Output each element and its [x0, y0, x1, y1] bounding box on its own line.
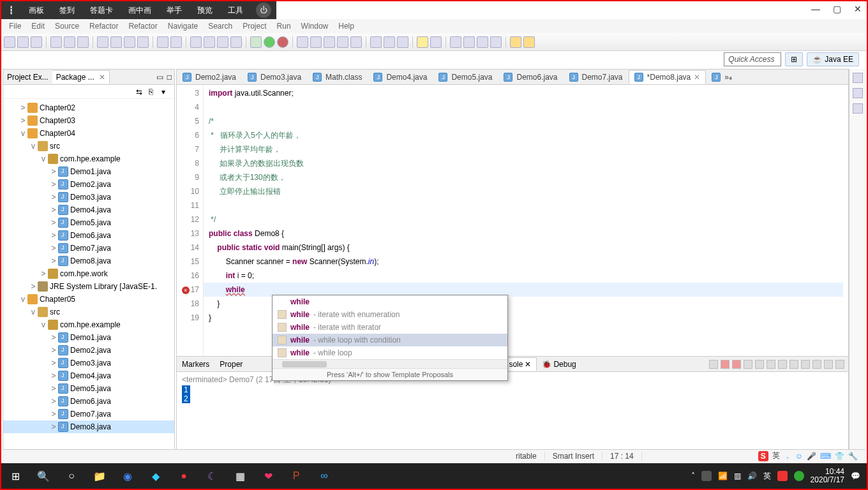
editor-tab[interactable]: Demo3.java	[242, 70, 307, 84]
toolbar-icon[interactable]	[97, 36, 108, 48]
back-icon[interactable]	[510, 36, 521, 48]
view-menu-icon[interactable]: ▾	[161, 87, 170, 96]
editor-tab[interactable]: Demo6.java	[498, 70, 563, 84]
tree-item[interactable]: vcom.hpe.example	[3, 152, 174, 165]
console-action-icon[interactable]	[789, 360, 798, 369]
tree-item[interactable]: >Demo6.java	[3, 395, 174, 408]
maximize-button[interactable]: ▢	[833, 4, 841, 14]
autocomplete-item[interactable]: while - iterate with iterator	[273, 321, 507, 334]
console-action-icon[interactable]	[744, 360, 752, 369]
properties-tab[interactable]: Proper	[214, 358, 248, 371]
toolbar-icon[interactable]	[217, 36, 228, 48]
toolbar-icon[interactable]	[463, 36, 475, 48]
toolbar-icon[interactable]	[230, 36, 242, 48]
close-icon[interactable]: ✕	[525, 360, 531, 369]
autocomplete-item[interactable]: while - while loop	[273, 346, 507, 359]
strip-icon[interactable]	[853, 103, 863, 114]
console-action-icon[interactable]	[801, 360, 810, 369]
tree-item[interactable]: >Demo8.java	[3, 255, 174, 267]
editor-tab[interactable]: »₄	[706, 70, 738, 84]
tree-item[interactable]: vChapter05	[3, 293, 174, 306]
close-button[interactable]: ✕	[854, 4, 862, 14]
tree-item[interactable]: >Demo5.java	[3, 216, 174, 229]
eclipse-icon[interactable]: ☾	[198, 463, 226, 489]
toolbar-icon[interactable]	[310, 36, 322, 48]
close-icon[interactable]: ✕	[99, 73, 105, 82]
maximize-view-icon[interactable]: □	[167, 73, 172, 82]
minimize-button[interactable]: —	[811, 4, 820, 14]
minimize-icon[interactable]	[824, 360, 833, 369]
toolbar-icon[interactable]	[137, 36, 149, 48]
app-icon[interactable]: ▦	[226, 463, 254, 489]
toolbar-icon[interactable]	[297, 36, 308, 48]
app-icon[interactable]: ❤	[254, 463, 282, 489]
tree-item[interactable]: >Chapter02	[3, 101, 174, 114]
cortana-icon[interactable]: ○	[57, 463, 86, 489]
package-tree[interactable]: >Chapter02>Chapter03vChapter04vsrcvcom.h…	[3, 99, 174, 461]
toolbar-icon[interactable]	[204, 36, 215, 48]
menu-search[interactable]: Search	[203, 20, 237, 32]
menu-refactor[interactable]: Refactor	[84, 20, 123, 32]
menu-file[interactable]: File	[4, 20, 26, 32]
toolbar-icon[interactable]	[324, 36, 335, 48]
overlay-handle[interactable]: ┇	[1, 6, 21, 15]
project-explorer-tab[interactable]: Project Ex...	[3, 71, 52, 84]
toolbar-icon[interactable]	[490, 36, 502, 48]
autocomplete-item[interactable]: while - iterate with enumeration	[273, 308, 507, 321]
ime-emoji-icon[interactable]: ☺	[795, 452, 803, 461]
tree-item[interactable]: >com.hpe.work	[3, 267, 174, 280]
toolbar-icon[interactable]	[450, 36, 461, 48]
search-icon[interactable]	[417, 36, 428, 48]
notifications-icon[interactable]: 💬	[851, 471, 860, 480]
save-all-icon[interactable]	[31, 36, 42, 48]
editor-tab[interactable]: *Demo8.java✕	[629, 70, 707, 84]
tray-360-icon[interactable]	[794, 471, 804, 481]
ime-punct-icon[interactable]: ，	[784, 450, 791, 461]
java-ee-perspective-button[interactable]: ☕ Java EE	[807, 52, 859, 66]
tray-wifi-icon[interactable]: 📶	[718, 471, 728, 480]
powerpoint-icon[interactable]: P	[282, 463, 310, 489]
explorer-icon[interactable]: 📁	[86, 463, 114, 489]
toolbar-icon[interactable]	[124, 36, 135, 48]
tree-item[interactable]: >Demo2.java	[3, 344, 174, 357]
toolbar-icon[interactable]	[157, 36, 168, 48]
forward-icon[interactable]	[523, 36, 535, 48]
toolbar-icon[interactable]	[110, 36, 122, 48]
tray-battery-icon[interactable]: ▥	[734, 471, 741, 480]
toolbar-icon[interactable]	[370, 36, 382, 48]
overlay-board[interactable]: 画板	[21, 5, 52, 16]
toolbar-icon[interactable]	[350, 36, 362, 48]
editor-tab[interactable]: Demo7.java	[564, 70, 629, 84]
menu-navigate[interactable]: Navigate	[163, 20, 203, 32]
overlay-raise-hand[interactable]: 举手	[159, 5, 190, 16]
tree-item[interactable]: >Demo3.java	[3, 191, 174, 204]
tree-item[interactable]: >Demo3.java	[3, 357, 174, 369]
tree-item[interactable]: >Demo2.java	[3, 178, 174, 191]
search-icon[interactable]: 🔍	[29, 463, 57, 489]
ime-tools-icon[interactable]: 🔧	[848, 452, 858, 461]
tree-item[interactable]: >Demo8.java	[3, 420, 174, 433]
run-ext-icon[interactable]	[277, 36, 288, 48]
tree-item[interactable]: >Chapter03	[3, 114, 174, 127]
ime-lang[interactable]: 英	[772, 450, 780, 461]
start-button[interactable]: ⊞	[1, 463, 29, 489]
toolbar-icon[interactable]	[430, 36, 442, 48]
overlay-signin[interactable]: 签到	[52, 5, 82, 16]
overlay-tools[interactable]: 工具	[220, 5, 251, 16]
editor-tab[interactable]: Math.class	[307, 70, 368, 84]
overlay-power-icon[interactable]: ⏻	[256, 3, 271, 18]
toolbar-icon[interactable]	[50, 36, 62, 48]
chrome-icon[interactable]: ◉	[114, 463, 142, 489]
tree-item[interactable]: vcom.hpe.example	[3, 318, 174, 331]
overlay-answer[interactable]: 答题卡	[82, 5, 121, 16]
minimize-view-icon[interactable]: ▭	[156, 73, 163, 82]
ime-icon[interactable]: S	[758, 451, 768, 461]
debug-icon[interactable]	[250, 36, 262, 48]
console-tab[interactable]: sole ✕	[503, 357, 537, 371]
app-icon[interactable]: ∞	[310, 463, 338, 489]
tray-clock[interactable]: 10:44 2020/7/17	[811, 468, 844, 484]
toolbar-icon[interactable]	[64, 36, 75, 48]
remove-all-icon[interactable]	[732, 360, 741, 369]
link-with-editor-icon[interactable]: ⎘	[149, 87, 158, 96]
tree-item[interactable]: >Demo1.java	[3, 165, 174, 178]
